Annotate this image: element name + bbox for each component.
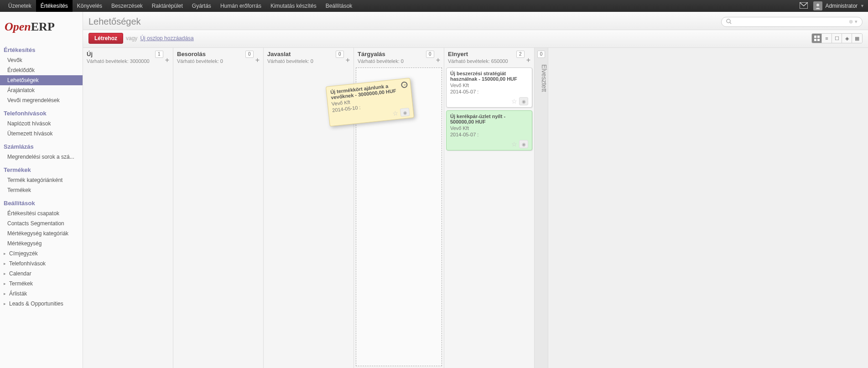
add-card-icon[interactable]: + bbox=[255, 51, 260, 63]
column-count: 0 bbox=[537, 51, 546, 58]
triangle-right-icon: ▸ bbox=[4, 251, 7, 256]
side-opportunities[interactable]: Lehetőségek bbox=[0, 75, 83, 85]
kanban-column-proposal: Javaslat Várható bevételek: 0 0 + Új ter… bbox=[264, 48, 354, 368]
kanban-column-won: Elnyert Várható bevételek: 650000 2 + Új… bbox=[444, 48, 535, 368]
page-title: Lehetőségek bbox=[88, 16, 721, 27]
side-uom-categories[interactable]: Mértékegység kategóriák bbox=[0, 228, 83, 238]
side-calendar[interactable]: ▸Calendar bbox=[0, 269, 83, 279]
triangle-right-icon: ▸ bbox=[4, 291, 7, 296]
clear-search-icon[interactable]: ⊗ bbox=[848, 19, 854, 25]
side-product-categories[interactable]: Termék kategóriánként bbox=[0, 175, 83, 185]
mail-icon[interactable] bbox=[800, 2, 808, 10]
svg-point-1 bbox=[816, 4, 819, 6]
add-card-icon[interactable]: + bbox=[346, 51, 350, 63]
column-title: Elnyert bbox=[448, 51, 515, 57]
column-title: Elvesztett bbox=[536, 64, 548, 92]
kanban-card[interactable]: Új kerékpár-üzlet nyílt - 500000,00 HUF … bbox=[446, 110, 532, 150]
triangle-right-icon: ▸ bbox=[4, 301, 7, 306]
nav-warehouse[interactable]: Raktárépület bbox=[147, 0, 187, 12]
card-avatar-icon: ◉ bbox=[519, 97, 528, 105]
kanban-column-new: Új Várható bevételek: 3000000 1 + bbox=[83, 48, 173, 368]
kanban-column-qualification: Besorolás Várható bevételek: 0 0 + bbox=[173, 48, 264, 368]
or-text: vagy bbox=[126, 35, 137, 41]
list-view-button[interactable]: ≡ bbox=[822, 34, 832, 43]
nav-accounting[interactable]: Könyvelés bbox=[73, 0, 107, 12]
kanban-view-button[interactable] bbox=[812, 34, 822, 43]
form-view-button[interactable]: ☐ bbox=[832, 34, 842, 43]
star-icon[interactable]: ☆ bbox=[392, 109, 399, 117]
column-title: Tárgyalás bbox=[358, 51, 424, 57]
side-products[interactable]: Termékek bbox=[0, 185, 83, 195]
view-switcher: ≡ ☐ ◈ ▦ bbox=[811, 33, 863, 43]
side-sales-teams[interactable]: Értékesítési csapatok bbox=[0, 208, 83, 218]
search-dropdown-icon[interactable]: ▾ bbox=[854, 19, 858, 25]
side-products-exp[interactable]: ▸Termékek bbox=[0, 279, 83, 289]
side-quotes[interactable]: Árajánlatok bbox=[0, 85, 83, 95]
nav-settings[interactable]: Beállítások bbox=[321, 0, 357, 12]
add-card-icon[interactable]: + bbox=[165, 51, 169, 63]
side-orders[interactable]: Vevői megrendelések bbox=[0, 95, 83, 105]
column-revenue: Várható bevételek: 0 bbox=[358, 58, 424, 64]
column-count: 2 bbox=[516, 51, 525, 58]
column-revenue: Várható bevételek: 650000 bbox=[448, 58, 515, 64]
side-uom[interactable]: Mértékegység bbox=[0, 238, 83, 249]
side-header-settings: Beállítások bbox=[0, 197, 83, 208]
column-revenue: Várható bevételek: 0 bbox=[267, 58, 334, 64]
card-title: Új beszerzési stratégiát használnak - 15… bbox=[450, 71, 517, 82]
side-calls-exp[interactable]: ▸Telefonhívások bbox=[0, 259, 83, 269]
card-company: Vevő Kft bbox=[450, 83, 528, 88]
avatar-icon bbox=[813, 1, 822, 10]
search-box[interactable]: ⊗ ▾ bbox=[721, 17, 863, 27]
kanban-column-lost[interactable]: 0 Elvesztett bbox=[535, 48, 548, 368]
add-column-link[interactable]: Új oszlop hozzáadása bbox=[140, 35, 193, 41]
star-icon[interactable]: ☆ bbox=[511, 98, 517, 105]
side-leads[interactable]: Érdeklődők bbox=[0, 65, 83, 75]
column-count: 0 bbox=[245, 51, 254, 58]
create-button[interactable]: Létrehoz bbox=[88, 33, 123, 44]
add-card-icon[interactable]: + bbox=[526, 51, 530, 63]
nav-purchases[interactable]: Beszerzések bbox=[107, 0, 147, 12]
search-icon bbox=[725, 19, 733, 25]
card-date: 2014-05-07 : bbox=[450, 132, 528, 137]
top-navigation: Üzenetek Értékesítés Könyvelés Beszerzés… bbox=[0, 0, 868, 12]
nav-messages[interactable]: Üzenetek bbox=[4, 0, 36, 12]
side-header-sales: Értékesítés bbox=[0, 44, 83, 55]
svg-line-3 bbox=[730, 22, 731, 24]
sidebar: OpenERP Értékesítés Vevők Érdeklődők Leh… bbox=[0, 12, 83, 368]
side-contacts-segmentation[interactable]: Contacts Segmentation bbox=[0, 218, 83, 228]
user-name: Administrator bbox=[825, 3, 858, 9]
column-title: Új bbox=[87, 51, 153, 57]
graph-view-button[interactable]: ◈ bbox=[842, 34, 852, 43]
column-title: Besorolás bbox=[177, 51, 244, 57]
svg-point-2 bbox=[727, 19, 730, 23]
side-scheduled-calls[interactable]: Ütemezett hívások bbox=[0, 129, 83, 139]
user-menu[interactable]: Administrator ▼ bbox=[813, 1, 864, 10]
nav-manufacturing[interactable]: Gyártás bbox=[187, 0, 216, 12]
svg-rect-5 bbox=[817, 36, 820, 38]
search-input[interactable] bbox=[733, 19, 848, 25]
side-header-calls: Telefonhívások bbox=[0, 107, 83, 119]
kanban-board: Új Várható bevételek: 3000000 1 + Besoro… bbox=[83, 48, 868, 368]
side-logged-calls[interactable]: Naplózott hívások bbox=[0, 119, 83, 129]
column-count: 0 bbox=[336, 51, 344, 58]
triangle-right-icon: ▸ bbox=[4, 271, 7, 276]
side-order-lines[interactable]: Megrendelési sorok a szá... bbox=[0, 152, 83, 162]
add-card-icon[interactable]: + bbox=[436, 51, 440, 63]
side-customers[interactable]: Vevők bbox=[0, 55, 83, 65]
nav-sales[interactable]: Értékesítés bbox=[36, 0, 73, 12]
column-revenue: Várható bevételek: 3000000 bbox=[87, 58, 153, 64]
card-avatar-icon: ◉ bbox=[519, 140, 528, 148]
calendar-view-button[interactable]: ▦ bbox=[852, 34, 862, 43]
nav-hr[interactable]: Humán erőforrás bbox=[216, 0, 266, 12]
main-content: Lehetőségek ⊗ ▾ Létrehoz vagy Új oszlop … bbox=[83, 12, 868, 368]
side-pricelists[interactable]: ▸Árlisták bbox=[0, 289, 83, 299]
kanban-card[interactable]: Új beszerzési stratégiát használnak - 15… bbox=[446, 67, 532, 108]
card-company: Vevő Kft bbox=[450, 125, 528, 131]
side-leads-opps[interactable]: ▸Leads & Opportunities bbox=[0, 299, 83, 309]
star-icon[interactable]: ☆ bbox=[511, 140, 517, 148]
side-addressbook[interactable]: ▸Címjegyzék bbox=[0, 249, 83, 259]
card-date: 2014-05-07 : bbox=[450, 89, 528, 94]
card-title: Új kerékpár-üzlet nyílt - 500000,00 HUF bbox=[450, 114, 505, 124]
side-header-products: Termékek bbox=[0, 164, 83, 175]
nav-reporting[interactable]: Kimutatás készítés bbox=[266, 0, 321, 12]
